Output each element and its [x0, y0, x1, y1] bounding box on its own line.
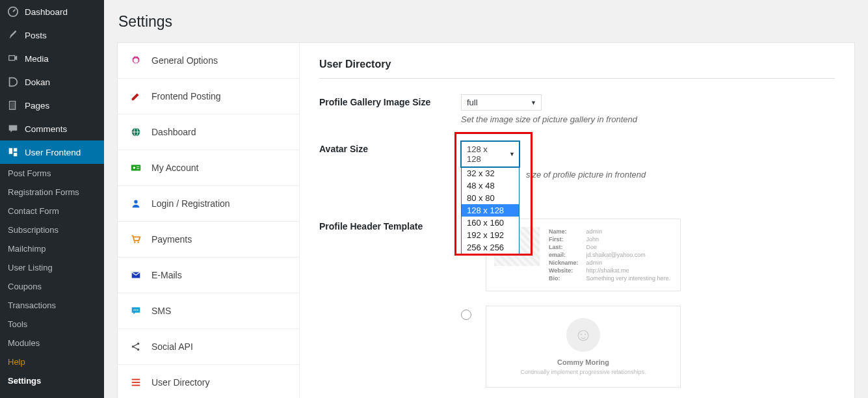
field-header-template: Profile Header Template Name:adminFirst:…: [319, 219, 835, 398]
admin-submenu-item[interactable]: Subscriptions: [0, 220, 104, 239]
media-icon: [7, 52, 20, 65]
admin-submenu-item[interactable]: User Listing: [0, 258, 104, 277]
comments-icon: [7, 122, 20, 135]
page-title: Settings: [118, 13, 855, 31]
admin-menu-comments[interactable]: Comments: [0, 117, 104, 140]
admin-menu-dashboard[interactable]: Dashboard: [0, 0, 104, 23]
field-avatar-size: Avatar Size 128 x 128 32 x 3248 x 4880 x…: [319, 141, 835, 179]
field-label: Avatar Size: [319, 141, 461, 179]
avatar-size-option[interactable]: 48 x 48: [462, 179, 519, 192]
admin-submenu-item[interactable]: Post Forms: [0, 164, 104, 183]
admin-menu-user-frontend[interactable]: User Frontend: [0, 140, 104, 164]
radio-unchecked[interactable]: [461, 310, 471, 320]
avatar-size-option[interactable]: 80 x 80: [462, 192, 519, 204]
settings-tab-label: My Account: [151, 163, 198, 173]
svg-point-19: [135, 310, 137, 311]
admin-submenu-item[interactable]: Help: [0, 352, 104, 371]
admin-menu-label: Pages: [25, 101, 49, 111]
svg-rect-4: [9, 148, 12, 154]
settings-tab-label: Social API: [151, 341, 193, 352]
settings-tab-label: General Options: [151, 55, 218, 66]
settings-tab[interactable]: Login / Registration: [118, 186, 299, 222]
preview-row: Nickname:admin: [549, 259, 670, 266]
cart-icon: [129, 233, 142, 246]
admin-menu-label: Dashboard: [25, 7, 68, 17]
admin-submenu-item[interactable]: Coupons: [0, 277, 104, 296]
admin-menu-pages[interactable]: Pages: [0, 94, 104, 117]
svg-point-11: [133, 166, 136, 169]
avatar-size-option[interactable]: 128 x 128: [462, 204, 519, 217]
settings-tab[interactable]: Dashboard: [118, 114, 299, 150]
preview-row: Bio:Something very interesting here.: [549, 275, 670, 282]
settings-panel: General OptionsFrontend PostingDashboard…: [117, 42, 855, 398]
pages-icon: [7, 99, 20, 112]
admin-submenu-item[interactable]: Contact Form: [0, 202, 104, 220]
avatar-size-option[interactable]: 192 x 192: [462, 229, 519, 241]
list-icon: [129, 376, 142, 389]
avatar-placeholder: ☺: [566, 318, 600, 352]
share-icon: [129, 340, 142, 353]
settings-content: User Directory Profile Gallery Image Siz…: [300, 43, 854, 398]
svg-rect-12: [137, 166, 140, 167]
admin-submenu-item[interactable]: Settings: [0, 371, 104, 390]
settings-tab[interactable]: E-Mails: [118, 258, 299, 293]
svg-rect-24: [132, 379, 140, 380]
preview-row: Website:http://shaikat.me: [549, 267, 670, 274]
user-icon: [129, 197, 142, 210]
svg-rect-5: [14, 148, 17, 152]
template-preview-2: ☺ Commy Moring Continually implement pro…: [486, 306, 681, 388]
settings-tab[interactable]: My Account: [118, 150, 299, 186]
admin-menu-label: Posts: [25, 31, 47, 40]
svg-point-15: [134, 241, 136, 243]
settings-tab-label: Dashboard: [151, 127, 196, 137]
dashboard-icon: [7, 5, 20, 18]
admin-menu-label: User Frontend: [25, 148, 81, 157]
template-option-2[interactable]: ☺ Commy Moring Continually implement pro…: [461, 306, 835, 388]
user-frontend-icon: [7, 146, 20, 159]
admin-menu-dokan[interactable]: Dokan: [0, 70, 104, 94]
admin-menu-media[interactable]: Media: [0, 47, 104, 70]
settings-tab-label: SMS: [151, 306, 171, 316]
gallery-size-select[interactable]: full: [461, 94, 542, 111]
sms-icon: [129, 304, 142, 317]
preview-row: Last:Doe: [549, 244, 670, 250]
avatar-size-option[interactable]: 256 x 256: [462, 241, 519, 254]
id-icon: [129, 161, 142, 174]
admin-submenu-item[interactable]: Registration Forms: [0, 183, 104, 202]
admin-submenu: Post FormsRegistration FormsContact Form…: [0, 164, 104, 390]
settings-tab-label: E-Mails: [151, 270, 182, 280]
field-help: size of profile picture in frontend: [526, 170, 835, 179]
svg-point-14: [134, 200, 137, 204]
avatar-size-select[interactable]: 128 x 128: [461, 141, 519, 167]
admin-submenu-item[interactable]: Tools: [0, 315, 104, 334]
preview1-table: Name:adminFirst:JohnLast:Doeemail:jd.sha…: [547, 227, 672, 283]
preview2-name: Commy Moring: [493, 358, 674, 366]
settings-tab[interactable]: Social API: [118, 329, 299, 365]
admin-sidebar: Dashboard Posts Media Dokan Pages Commen…: [0, 0, 104, 398]
settings-tab[interactable]: User Directory: [118, 365, 299, 398]
settings-tab[interactable]: Payments: [118, 222, 299, 258]
settings-tab[interactable]: General Options: [118, 43, 299, 79]
settings-tab-label: Payments: [151, 234, 192, 245]
settings-tab[interactable]: Frontend Posting: [118, 79, 299, 114]
admin-submenu-item[interactable]: Mailchimp: [0, 239, 104, 258]
admin-submenu-item[interactable]: Modules: [0, 334, 104, 352]
avatar-size-option[interactable]: 32 x 32: [462, 167, 519, 179]
dokan-icon: [7, 75, 20, 88]
settings-tab[interactable]: SMS: [118, 293, 299, 329]
preview-row: email:jd.shaikat@yahoo.com: [549, 252, 670, 258]
svg-rect-13: [137, 168, 140, 169]
field-gallery-size: Profile Gallery Image Size full Set the …: [319, 94, 835, 124]
svg-point-16: [137, 241, 139, 243]
admin-submenu-item[interactable]: Transactions: [0, 296, 104, 315]
gear-icon: [129, 54, 142, 67]
preview2-desc: Continually implement progressive relati…: [493, 369, 674, 375]
svg-rect-1: [9, 56, 15, 60]
preview-row: Name:admin: [549, 228, 670, 235]
field-help: Set the image size of picture gallery in…: [461, 114, 835, 124]
admin-menu-posts[interactable]: Posts: [0, 23, 104, 47]
svg-rect-10: [131, 165, 140, 171]
main-content: Settings General OptionsFrontend Posting…: [104, 0, 868, 398]
avatar-size-dropdown: 32 x 3248 x 4880 x 80128 x 128160 x 1601…: [461, 166, 519, 254]
avatar-size-option[interactable]: 160 x 160: [462, 217, 519, 229]
